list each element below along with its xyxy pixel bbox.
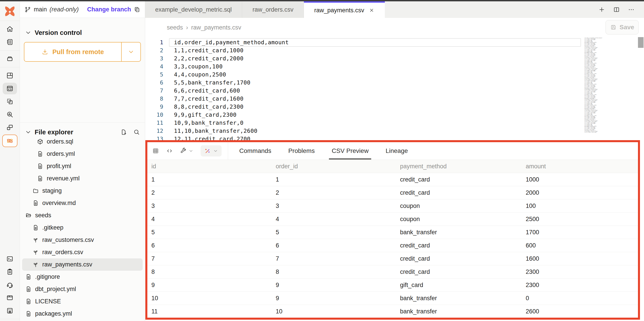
breadcrumb-file[interactable]: raw_payments.csv [191,24,241,31]
code-line-6[interactable]: 65,5,bank_transfer,1700 [145,79,644,87]
home-nav-button[interactable] [3,23,17,35]
csv-cell: 0 [522,295,638,302]
save-button[interactable]: Save [606,20,639,34]
file-item-raw-customers-csv[interactable]: raw_customers.csv [22,234,143,246]
magic-wand-button[interactable] [200,145,222,156]
code-line-7[interactable]: 76,6,credit_card,600 [145,87,644,95]
build-tools-button[interactable] [180,148,194,154]
csv-cell: 7 [147,255,272,262]
sidebar: main (read-only) Change branch Version c… [20,1,145,321]
csv-header-amount[interactable]: amount [522,163,638,170]
new-file-icon[interactable] [120,129,127,136]
csv-row-4[interactable]: 44coupon2500 [147,212,638,226]
csv-row-9[interactable]: 99gift_card2300 [147,278,638,292]
code-line-8[interactable]: 87,7,credit_card,1600 [145,95,644,103]
save-icon [610,24,617,30]
ai-assistant-atom-nav-button[interactable] [2,134,18,147]
file-item-staging[interactable]: staging [22,185,143,197]
csv-header-payment_method[interactable]: payment_method [396,163,522,170]
table-view-icon[interactable] [152,148,159,154]
code-line-5[interactable]: 54,4,coupon,2500 [145,71,644,79]
line-number: 3 [145,54,163,62]
tab-example-develop-metric-sql[interactable]: example_develop_metric.sql [145,1,242,18]
search-icon[interactable] [133,129,140,136]
file-item-raw-orders-csv[interactable]: raw_orders.csv [22,246,143,258]
code-line-4[interactable]: 43,3,coupon,100 [145,62,644,71]
warehouse-nav-button[interactable] [3,305,17,316]
code-line-2[interactable]: 21,1,credit_card,1000 [145,46,644,54]
tab-raw-orders-csv[interactable]: raw_orders.csv [242,1,304,18]
browser-folder-nav-button[interactable] [3,292,17,304]
tab-label: example_develop_metric.sql [155,6,232,13]
csv-row-7[interactable]: 77credit_card1600 [147,252,638,265]
csv-row-2[interactable]: 22credit_card2000 [147,186,638,200]
editor-minimap[interactable]: id,order_id,payment_method,amount 1,1,cr… [584,38,614,142]
archive-nav-button[interactable] [3,53,17,64]
csv-row-6[interactable]: 66credit_card600 [147,239,638,252]
tab-raw-payments-csv[interactable]: raw_payments.csv [304,1,385,18]
file-item-orders-yml[interactable]: orders.yml [22,148,143,160]
file-name: LICENSE [35,298,61,305]
file-item-dbt-project-yml[interactable]: dbt_project.yml [22,283,143,295]
panel-tab-lineage[interactable]: Lineage [377,142,416,160]
search-analytics-nav-button[interactable] [3,109,17,120]
csv-row-3[interactable]: 33coupon100 [147,200,638,212]
file-item-overview-md[interactable]: overview.md [22,197,143,209]
pull-from-remote-button[interactable]: Pull from remote [24,42,141,62]
code-editor-nav-button[interactable] [3,83,17,94]
csv-row-5[interactable]: 55bank_transfer1700 [147,226,638,239]
file-item-raw-payments-csv[interactable]: raw_payments.csv [22,258,143,271]
pull-from-remote-main: Pull from remote [24,42,121,61]
tab-actions [598,1,644,18]
file-explorer-title: File explorer [35,128,73,136]
code-line-9[interactable]: 98,8,credit_card,2300 [145,103,644,111]
code-view-icon[interactable] [166,148,173,154]
file-item-packages-yml[interactable]: packages.yml [22,308,143,320]
csv-cell: bank_transfer [396,229,522,236]
panel-tab-csv-preview[interactable]: CSV Preview [323,142,377,160]
code-editor[interactable]: 1id,order_id,payment_method,amount21,1,c… [145,37,644,142]
code-line-11[interactable]: 1110,9,bank_transfer,0 [145,119,644,127]
version-control-header[interactable]: Version control [25,26,82,39]
copy-branch-icon[interactable] [134,6,140,13]
notebook-nav-button[interactable] [3,36,17,48]
more-options-icon[interactable] [628,6,634,13]
csv-row-8[interactable]: 88credit_card2300 [147,265,638,278]
file-item-seeds[interactable]: seeds [22,209,143,222]
windows-nav-button[interactable] [3,122,17,133]
terminal-nav-button[interactable] [3,253,17,265]
file-item-profit-yml[interactable]: profit.yml [22,160,143,172]
code-line-1[interactable]: 1id,order_id,payment_method,amount [145,38,644,46]
file-item-license[interactable]: LICENSE [22,295,143,308]
file-explorer-title-group[interactable]: File explorer [25,128,73,136]
file-item-orders-sql[interactable]: orders.sql [22,136,143,148]
rail-divider [0,20,20,21]
csv-header-id[interactable]: id [147,163,272,170]
selection-nav-button[interactable] [3,96,17,107]
file-item--gitignore[interactable]: .gitignore [22,271,143,283]
bottom-panel-highlighted: CommandsProblemsCSV PreviewLineage idord… [145,140,640,320]
code-line-12[interactable]: 1211,10,bank_transfer,2600 [145,127,644,135]
code-line-3[interactable]: 32,2,credit_card,2000 [145,54,644,62]
support-headset-nav-button[interactable] [3,279,17,290]
code-line-10[interactable]: 109,9,gift_card,2300 [145,111,644,119]
dashboard-grid-nav-button[interactable] [3,70,17,81]
pull-options-caret[interactable] [121,42,140,61]
panel-tab-problems[interactable]: Problems [280,142,323,160]
file-item-revenue-yml[interactable]: revenue.yml [22,172,143,185]
breadcrumb-folder[interactable]: seeds [167,24,183,31]
close-tab-icon[interactable] [369,8,374,13]
change-branch-link[interactable]: Change branch [87,6,131,13]
window-top-strip [0,0,644,1]
split-view-icon[interactable] [613,6,620,13]
breadcrumb-separator: › [186,24,188,31]
csv-row-11[interactable]: 1110bank_transfer2600 [147,305,638,318]
dbt-logo-icon[interactable] [3,5,16,16]
file-item--gitkeep[interactable]: .gitkeep [22,222,143,234]
csv-row-10[interactable]: 109bank_transfer0 [147,292,638,305]
new-tab-icon[interactable] [598,6,605,13]
csv-header-order_id[interactable]: order_id [272,163,396,170]
clipboard-nav-button[interactable] [3,266,17,278]
csv-row-1[interactable]: 11credit_card1000 [147,173,638,186]
panel-tab-commands[interactable]: Commands [231,142,280,160]
